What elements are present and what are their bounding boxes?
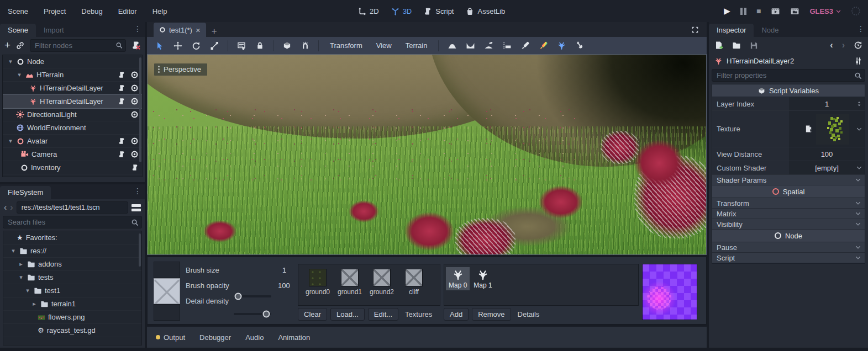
script-icon[interactable] (118, 84, 125, 92)
section-matrix[interactable]: Matrix (712, 209, 865, 219)
section-transform[interactable]: Transform (712, 198, 865, 209)
menu-scene[interactable]: Scene (0, 0, 36, 22)
category-spatial[interactable]: Spatial (712, 185, 865, 198)
menu-debug[interactable]: Debug (73, 0, 110, 22)
brush-shape-preview[interactable] (154, 278, 180, 304)
visibility-eye-icon[interactable] (130, 110, 139, 119)
toggle-split-mode-icon[interactable] (131, 204, 141, 211)
texture-slot-ground0[interactable]: ground0 (302, 269, 334, 296)
tree-row-worldenvironment[interactable]: WorldEnvironment (3, 121, 142, 135)
history-clock-icon[interactable] (854, 41, 862, 50)
add-button[interactable]: Add (444, 308, 469, 321)
details-button[interactable]: Details (514, 309, 543, 320)
list-select-icon[interactable] (234, 39, 249, 52)
category-node[interactable]: Node (712, 230, 865, 242)
view-distance-field[interactable]: 100 (789, 147, 865, 161)
file-row-raycast-test-gd[interactable]: ⚙ raycast_test.gd (3, 324, 141, 337)
nav-back-icon[interactable]: ‹ (4, 203, 7, 212)
terrain-raise-icon[interactable] (445, 39, 459, 52)
tree-row-camera[interactable]: Camera (3, 148, 142, 161)
clear-script-icon[interactable] (131, 41, 140, 50)
slider-knob[interactable] (263, 311, 270, 318)
terrain-paint-brush-icon[interactable] (518, 39, 532, 52)
texture-resource-picker[interactable] (789, 111, 865, 147)
menu-terrain[interactable]: Terrain (401, 41, 433, 50)
pause-button[interactable] (740, 8, 746, 15)
scrollbar[interactable] (139, 233, 141, 267)
tab-output[interactable]: Output (156, 333, 185, 342)
mode-2d-button[interactable]: 2D (358, 7, 379, 15)
tab-filesystem[interactable]: FileSystem (0, 186, 51, 199)
terrain-flatten-icon[interactable] (499, 39, 514, 52)
nav-forward-icon[interactable]: › (10, 203, 13, 212)
distraction-free-icon[interactable] (691, 26, 699, 34)
play-custom-scene-button[interactable] (790, 7, 799, 16)
layer-index-spinbox[interactable]: 1 (789, 97, 865, 110)
stop-button[interactable]: ■ (756, 7, 761, 15)
file-row-addons[interactable]: ▸ addons (3, 258, 141, 271)
dock-menu-icon[interactable]: ⋮ (134, 24, 141, 33)
load-button[interactable]: Load... (330, 308, 365, 321)
menu-project[interactable]: Project (36, 0, 73, 22)
tab-node[interactable]: Node (754, 24, 786, 37)
new-resource-icon[interactable] (714, 41, 723, 50)
edit-button[interactable]: Edit... (368, 308, 398, 321)
map-item-1[interactable]: Map 1 (471, 267, 495, 290)
scale-tool-icon[interactable] (207, 39, 222, 52)
rotate-tool-icon[interactable] (189, 39, 203, 52)
brush-shape-slot[interactable] (154, 262, 180, 278)
object-tools-icon[interactable] (854, 57, 862, 65)
chevron-down-icon[interactable] (856, 164, 862, 171)
current-path-field[interactable] (17, 201, 128, 214)
search-files-input[interactable] (3, 216, 142, 228)
mode-script-button[interactable]: Script (424, 7, 454, 15)
brush-opacity-slider[interactable] (234, 313, 271, 315)
file-row-flowers-png[interactable]: flowers.png (3, 311, 141, 324)
edit-resource-icon[interactable] (804, 125, 813, 133)
map-item-0[interactable]: Map 0 (446, 267, 470, 290)
viewport-3d[interactable]: Perspective (147, 54, 707, 255)
file-row-favorites[interactable]: ★ Favorites: (3, 231, 141, 244)
menu-editor[interactable]: Editor (111, 0, 145, 22)
load-resource-folder-icon[interactable] (732, 41, 741, 50)
expander-icon[interactable]: ▸ (18, 260, 24, 268)
menu-transform[interactable]: Transform (325, 41, 367, 50)
file-row-tests[interactable]: ▾ tests (3, 271, 141, 284)
expander-icon[interactable]: ▾ (24, 287, 31, 294)
select-tool-icon[interactable] (152, 39, 167, 52)
custom-shader-picker[interactable]: [empty] (789, 161, 865, 174)
expander-icon[interactable]: ▾ (7, 58, 14, 65)
move-tool-icon[interactable] (171, 39, 185, 52)
play-button[interactable]: ▶ (724, 6, 730, 16)
tree-row-avatar[interactable]: ▾ Avatar (3, 135, 142, 148)
visibility-eye-icon[interactable] (130, 137, 139, 145)
section-shader-params[interactable]: Shader Params (712, 175, 865, 185)
lock-icon[interactable] (252, 39, 267, 52)
tab-inspector[interactable]: Inspector (709, 24, 754, 37)
tab-animation[interactable]: Animation (278, 333, 310, 342)
tree-row-hterraindetaillayer1[interactable]: HTerrainDetailLayer (3, 82, 142, 95)
script-icon[interactable] (131, 164, 139, 171)
spinner-updown-icon[interactable] (856, 100, 862, 107)
file-row-terrain1[interactable]: ▸ terrain1 (3, 297, 141, 311)
new-scene-tab-button[interactable]: + (212, 26, 217, 37)
file-row-res[interactable]: ▾ res:// (3, 244, 141, 258)
script-icon[interactable] (118, 71, 125, 78)
script-icon[interactable] (118, 151, 125, 158)
expander-icon[interactable]: ▾ (10, 247, 17, 254)
tree-row-hterraindetaillayer2[interactable]: HTerrainDetailLayer (3, 95, 142, 108)
chevron-down-icon[interactable] (856, 126, 862, 132)
snap-icon[interactable] (298, 39, 312, 52)
remove-button[interactable]: Remove (472, 308, 511, 321)
visibility-eye-icon[interactable] (130, 97, 139, 105)
tree-row-hterrain[interactable]: ▾ HTerrain (3, 68, 142, 82)
perspective-menu[interactable]: Perspective (154, 63, 207, 76)
tab-audio[interactable]: Audio (245, 333, 264, 342)
expander-icon[interactable]: ▾ (7, 137, 14, 145)
terrain-smooth-icon[interactable] (481, 39, 496, 52)
filter-nodes-input[interactable] (30, 39, 126, 52)
tree-row-inventory[interactable]: Inventory (3, 161, 142, 174)
renderer-dropdown[interactable]: GLES3 (809, 7, 841, 15)
menu-view[interactable]: View (371, 41, 397, 50)
instance-scene-link-icon[interactable] (16, 41, 24, 50)
